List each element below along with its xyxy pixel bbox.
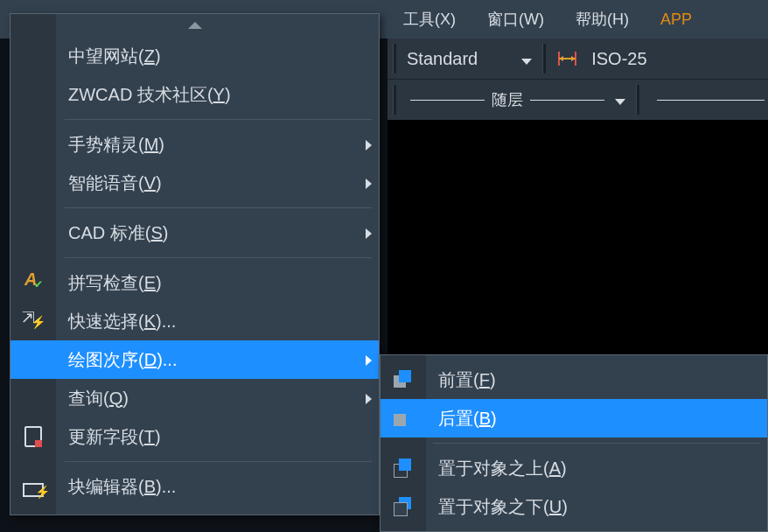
submenu-arrow-icon (366, 178, 372, 189)
menu-separator (65, 461, 372, 462)
spell-check-icon (22, 271, 45, 294)
linetype-dropdown[interactable]: 随层 (401, 88, 631, 112)
linetype-value: 随层 (488, 89, 527, 110)
menu-item-zw-website[interactable]: 中望网站(Z) (10, 37, 379, 75)
menu-item-quick-select[interactable]: 快速选择(K)... (10, 302, 379, 340)
chevron-down-icon (615, 99, 625, 105)
triangle-up-icon (188, 22, 202, 29)
dimension-style-icon[interactable] (556, 46, 581, 71)
submenu-arrow-icon (366, 394, 372, 404)
text-style-value: Standard (407, 49, 478, 69)
menu-item-inquiry[interactable]: 查询(Q) (10, 379, 379, 417)
submenu-arrow-icon (366, 355, 372, 366)
toolbar-styles: Standard ISO-25 (387, 38, 768, 80)
draw-order-submenu: 前置(F) 后置(B) 置于对象之上(A) 置于对象之下(U) (380, 354, 768, 532)
menu-item-update-fields[interactable]: 更新字段(T) (10, 417, 379, 456)
text-style-dropdown[interactable]: Standard (401, 45, 537, 73)
menu-item-block-editor[interactable]: 块编辑器(B)... (10, 467, 379, 506)
menu-tools[interactable]: 工具(X) (387, 0, 471, 38)
bring-above-icon (392, 457, 415, 480)
submenu-item-below-object[interactable]: 置于对象之下(U) (381, 487, 767, 526)
menu-item-zwcad-community[interactable]: ZWCAD 技术社区(Y) (10, 75, 379, 114)
submenu-item-bring-front[interactable]: 前置(F) (381, 360, 767, 399)
menu-item-spell-check[interactable]: 拼写检查(E) (10, 263, 379, 302)
menu-separator (65, 207, 372, 208)
menu-help[interactable]: 帮助(H) (560, 0, 645, 38)
send-below-icon (392, 495, 415, 518)
menu-separator (433, 443, 760, 444)
toolbar-linetype: 随层 (387, 80, 768, 120)
menu-item-draw-order[interactable]: 绘图次序(D)... (10, 340, 379, 379)
submenu-arrow-icon (366, 228, 372, 239)
toolbar-separator (636, 85, 639, 115)
submenu-item-above-object[interactable]: 置于对象之上(A) (381, 449, 767, 487)
menu-app[interactable]: APP (645, 0, 708, 38)
menu-scroll-up[interactable] (10, 14, 379, 37)
quick-select-icon (22, 310, 45, 332)
toolbar-separator (393, 85, 396, 115)
line-preview-icon (410, 100, 485, 101)
block-editor-icon (23, 483, 44, 497)
chevron-down-icon (521, 59, 532, 65)
send-to-back-icon (392, 407, 415, 430)
lineweight-preview-icon (657, 100, 765, 101)
menu-window[interactable]: 窗口(W) (471, 0, 560, 38)
menu-separator (65, 119, 372, 120)
tools-menu-popup: 中望网站(Z) ZWCAD 技术社区(Y) 手势精灵(M) 智能语音(V) CA… (10, 13, 380, 515)
bring-to-front-icon (392, 368, 415, 391)
toolbar-separator (393, 44, 396, 74)
menu-item-gesture[interactable]: 手势精灵(M) (10, 125, 379, 164)
menu-separator (65, 257, 372, 258)
update-field-icon (24, 426, 42, 447)
line-preview-icon (530, 100, 604, 101)
menu-item-cad-standards[interactable]: CAD 标准(S) (10, 214, 379, 252)
dim-style-value: ISO-25 (591, 49, 646, 69)
menu-item-voice[interactable]: 智能语音(V) (10, 164, 379, 202)
toolbar-separator (542, 44, 546, 74)
submenu-arrow-icon (366, 140, 372, 150)
dim-style-dropdown[interactable]: ISO-25 (586, 45, 652, 73)
submenu-item-send-back[interactable]: 后置(B) (381, 399, 767, 438)
